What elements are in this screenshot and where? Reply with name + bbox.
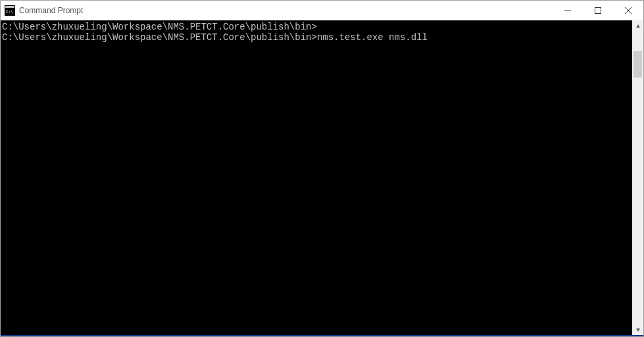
terminal[interactable]: C:\Users\zhuxueling\Workspace\NMS.PETCT.… [1,20,632,335]
minimize-button[interactable] [553,1,583,20]
svg-rect-4 [595,8,601,14]
svg-rect-1 [5,6,14,8]
scroll-thumb[interactable] [633,51,642,78]
svg-marker-7 [636,24,640,28]
scroll-up-button[interactable] [632,20,643,32]
prompt-text: C:\Users\zhuxueling\Workspace\NMS.PETCT.… [2,22,317,32]
terminal-line: C:\Users\zhuxueling\Workspace\NMS.PETCT.… [2,22,632,32]
titlebar[interactable]: C:\ Command Prompt [1,1,643,20]
command-prompt-window: C:\ Command Prompt C:\Users\zhuxueling\W… [0,0,644,337]
vertical-scrollbar[interactable] [632,20,643,335]
terminal-area: C:\Users\zhuxueling\Workspace\NMS.PETCT.… [1,20,643,336]
cmd-icon: C:\ [5,5,15,16]
window-title: Command Prompt [19,6,553,15]
prompt-text: C:\Users\zhuxueling\Workspace\NMS.PETCT.… [2,32,317,43]
maximize-button[interactable] [583,1,613,20]
window-controls [553,1,643,20]
scroll-track[interactable] [632,32,643,324]
terminal-line: C:\Users\zhuxueling\Workspace\NMS.PETCT.… [2,32,632,43]
command-text: nms.test.exe nms.dll [317,32,428,43]
svg-marker-8 [636,328,640,332]
scroll-down-button[interactable] [632,324,643,335]
close-button[interactable] [613,1,643,20]
svg-text:C:\: C:\ [6,9,13,14]
